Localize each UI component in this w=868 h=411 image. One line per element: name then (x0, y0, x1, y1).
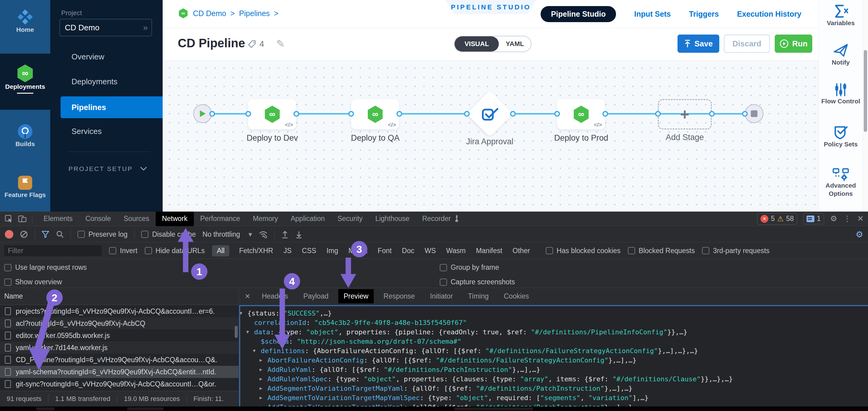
devtools-tab-recorder[interactable]: Recorder (416, 211, 466, 226)
disable-cache-checkbox[interactable] (141, 231, 148, 238)
connector-dot[interactable] (293, 111, 299, 117)
preview-json-tree[interactable]: ▼{status: "SUCCESS",…}correlationId: "cb… (239, 305, 868, 407)
use-large-rows-checkbox[interactable] (4, 264, 11, 271)
expander-icon[interactable]: ▶ (259, 403, 262, 407)
filter-input[interactable] (4, 245, 102, 256)
search-icon[interactable] (56, 230, 64, 238)
toolbar-item-policy-sets[interactable]: Policy Sets (818, 125, 863, 148)
expander-icon[interactable]: ▼ (240, 309, 242, 318)
filter-type-doc[interactable]: Doc (401, 245, 415, 257)
settings-gear-icon[interactable]: ⚙ (830, 214, 837, 224)
devtools-tab-lighthouse[interactable]: Lighthouse (369, 211, 416, 226)
expander-icon[interactable]: ▶ (259, 355, 262, 365)
json-line[interactable]: ▶AddTargetsToVariationTargetMapYaml: {al… (240, 403, 868, 407)
tags-button[interactable]: 4 (247, 39, 264, 49)
devtools-tab-console[interactable]: Console (79, 211, 117, 226)
network-settings-gear-icon[interactable]: ⚙ (856, 230, 863, 239)
devtools-tab-sources[interactable]: Sources (117, 211, 155, 226)
expander-icon[interactable]: ▼ (253, 346, 256, 355)
detail-tab-preview[interactable]: Preview (338, 289, 374, 303)
group-by-frame-checkbox[interactable] (440, 264, 447, 271)
connector-dot[interactable] (245, 111, 251, 117)
run-button[interactable]: Run (775, 34, 812, 53)
connector-dot[interactable] (510, 111, 516, 117)
devtools-tab-security[interactable]: Security (331, 211, 369, 226)
json-line[interactable]: ▼definitions: {AbortFailureActionConfig:… (240, 346, 868, 355)
toolbar-item-flow-control[interactable]: Flow Control (818, 83, 863, 105)
add-stage-button[interactable]: + (658, 99, 712, 129)
filter-type-all[interactable]: All (212, 245, 229, 257)
save-button[interactable]: Save (678, 34, 719, 53)
detail-tab-timing[interactable]: Timing (462, 289, 494, 303)
blocked-requests-checkbox[interactable] (628, 247, 635, 254)
request-row-git-sync[interactable]: git-sync?routingId=6_vVHzo9Qeu9fXvj-AcbC… (0, 378, 239, 390)
sidebar-item-builds[interactable]: Builds (0, 123, 50, 148)
nav-item-overview[interactable]: Overview (71, 52, 104, 61)
expander-icon[interactable]: ▶ (259, 374, 262, 384)
breadcrumb-section[interactable]: Pipelines (239, 9, 270, 18)
connector-dot[interactable] (742, 111, 748, 117)
page-scrollbar[interactable] (863, 0, 868, 211)
filter-type-fetch-xhr[interactable]: Fetch/XHR (238, 245, 274, 257)
detail-tab-response[interactable]: Response (378, 289, 421, 303)
expander-icon[interactable]: ▶ (259, 365, 262, 374)
connector-dot[interactable] (348, 111, 354, 117)
filter-type-manifest[interactable]: Manifest (475, 245, 503, 257)
breadcrumb-project[interactable]: CD Demo (193, 9, 226, 18)
expander-icon[interactable]: ▶ (259, 384, 262, 393)
connector-dot[interactable] (209, 111, 215, 117)
connector-dot[interactable] (709, 111, 715, 117)
connector-dot[interactable] (464, 111, 470, 117)
detail-tab-headers[interactable]: Headers (256, 289, 293, 303)
filter-type-img[interactable]: Img (326, 245, 339, 257)
json-line[interactable]: correlationId: "cb54c3b2-9ffe-49f8-a48e-… (240, 318, 868, 327)
console-issues-badge[interactable]: ✕ 5 ⚠ 58 (757, 213, 797, 225)
hide-data-urls-checkbox[interactable] (145, 247, 152, 254)
stage-deploy-to-prod[interactable]: ∞ </> (557, 99, 605, 129)
json-line[interactable]: ▶AddRuleYaml: {allOf: [{$ref: "#/definit… (240, 365, 868, 374)
devtools-tab-network[interactable]: Network (156, 211, 194, 226)
header-tab-triggers[interactable]: Triggers (689, 10, 719, 19)
sidebar-item-feature-flags[interactable]: Feature Flags (0, 174, 50, 199)
edit-pencil-icon[interactable]: ✎ (276, 37, 285, 50)
expander-icon[interactable]: ▶ (259, 393, 262, 403)
filter-type-css[interactable]: CSS (301, 245, 317, 257)
page-scrollbar-thumb[interactable] (864, 50, 867, 132)
nav-item-deployments[interactable]: Deployments (71, 77, 118, 86)
expander-icon[interactable]: ▼ (246, 327, 249, 337)
json-line[interactable]: ▶AddSegmentToVariationTargetMapYamlSpec:… (240, 393, 868, 403)
sidebar-item-deployments[interactable]: ∞ Deployments (0, 64, 50, 94)
network-conditions-icon[interactable] (259, 230, 268, 238)
stage-deploy-to-qa[interactable]: ∞ </> (351, 99, 399, 129)
request-row-editor-worker-0595db-worker-js[interactable]: editor.worker.0595db.worker.js (0, 329, 239, 342)
json-line[interactable]: ▶AddSegmentToVariationTargetMapYaml: {al… (240, 384, 868, 393)
connector-dot[interactable] (397, 111, 402, 117)
nav-item-services[interactable]: Services (71, 127, 102, 136)
header-tab-execution-history[interactable]: Execution History (737, 10, 801, 19)
project-selector[interactable]: CD Demo » (59, 19, 152, 36)
third-party-requests-checkbox[interactable] (702, 247, 709, 254)
stage-deploy-to-dev[interactable]: ∞ </> (248, 99, 296, 129)
json-line[interactable]: ▼{status: "SUCCESS",…} (240, 309, 868, 318)
has-blocked-cookies-checkbox[interactable] (546, 247, 553, 254)
close-devtools-icon[interactable]: ✕ (857, 214, 864, 224)
close-detail-icon[interactable]: ✕ (243, 293, 252, 300)
json-line[interactable]: ▶AbortFailureActionConfig: {allOf: [{$re… (240, 355, 868, 365)
request-row-yaml-worker-7d144e-worker-js[interactable]: yaml.worker.7d144e.worker.js (0, 342, 239, 354)
discard-button[interactable]: Discard (724, 34, 770, 53)
breadcrumb[interactable]: ∞ CD Demo > Pipelines > (178, 8, 278, 19)
project-setup-toggle[interactable]: PROJECT SETUP (68, 165, 147, 173)
request-row-yaml-schema[interactable]: yaml-schema?routingId=6_vVHzo9Qeu9fXvj-A… (0, 366, 239, 378)
devtools-tab-application[interactable]: Application (284, 211, 331, 226)
request-row-acl[interactable]: acl?routingId=6_vVHzo9Qeu9fXvj-AcbCQ (0, 317, 239, 329)
throttling-select[interactable]: No throttling ▾ (203, 230, 252, 238)
toolbar-item-notify[interactable]: Notify (818, 42, 863, 66)
import-har-icon[interactable] (281, 230, 289, 238)
detail-tab-cookies[interactable]: Cookies (498, 289, 534, 303)
json-line[interactable]: ▶AddRuleYamlSpec: {type: "object", prope… (240, 374, 868, 384)
detail-tab-payload[interactable]: Payload (298, 289, 334, 303)
filter-type-js[interactable]: JS (283, 245, 292, 257)
connector-dot[interactable] (655, 111, 661, 117)
kebab-menu-icon[interactable]: ⋮ (843, 214, 851, 224)
connector-dot[interactable] (602, 111, 608, 117)
